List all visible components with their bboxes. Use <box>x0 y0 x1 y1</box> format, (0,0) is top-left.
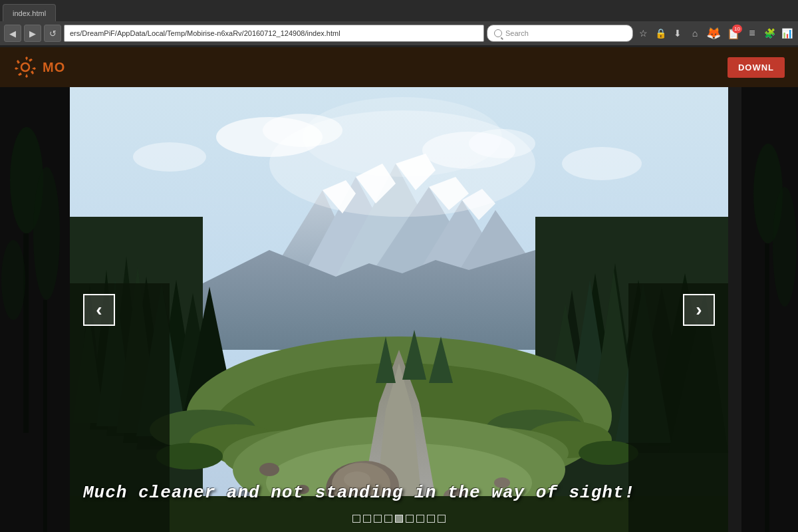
indicator-3[interactable] <box>374 515 382 523</box>
slider-container: ‹ › Much cleaner and not standing in the… <box>70 84 728 532</box>
download-icon: ⬇ <box>674 28 682 39</box>
app-container: MO DOWNL <box>0 47 798 532</box>
indicator-1[interactable] <box>352 515 360 523</box>
prev-arrow-icon: ‹ <box>96 301 102 319</box>
svg-point-84 <box>303 97 502 177</box>
indicator-7[interactable] <box>416 515 424 523</box>
app-bg-right <box>741 47 798 532</box>
gear-icon <box>13 55 37 79</box>
reload-button[interactable]: ↺ <box>44 25 61 42</box>
menu-icon: ≡ <box>749 27 755 39</box>
notification-badge: 10 <box>732 25 742 33</box>
indicator-2[interactable] <box>363 515 371 523</box>
app-logo: MO <box>13 55 65 79</box>
reload-icon: ↺ <box>49 29 57 39</box>
download-app-button[interactable]: DOWNL <box>728 57 785 78</box>
home-button[interactable]: ⌂ <box>688 26 702 41</box>
forward-icon: ▶ <box>29 29 36 39</box>
firefox-symbol: 🦊 <box>706 26 721 41</box>
svg-point-5 <box>1 240 25 320</box>
right-bg-svg <box>741 47 798 532</box>
slide-image <box>70 84 728 532</box>
lock-icon: 🔒 <box>655 28 666 39</box>
left-bg-svg <box>0 47 76 532</box>
lock-button[interactable]: 🔒 <box>653 26 668 41</box>
search-icon <box>494 29 502 37</box>
svg-rect-9 <box>765 243 769 532</box>
svg-point-8 <box>773 187 797 307</box>
extra-icon[interactable]: 📊 <box>779 26 794 41</box>
browser-chrome: index.html ◀ ▶ ↺ ers/DreamPiF/AppData/Lo… <box>0 0 798 47</box>
slide-indicators <box>352 515 446 523</box>
extra-symbol: 📊 <box>781 28 793 39</box>
search-placeholder: Search <box>505 29 529 37</box>
download-button[interactable]: ⬇ <box>670 26 685 41</box>
notification-icon[interactable]: 📋 10 <box>725 25 742 42</box>
svg-point-2 <box>33 167 60 300</box>
next-arrow-icon: › <box>696 301 702 319</box>
address-text: ers/DreamPiF/AppData/Local/Temp/Mobirise… <box>70 29 340 37</box>
svg-point-72 <box>259 463 279 476</box>
svg-point-10 <box>21 63 29 71</box>
slide-caption: Much cleaner and not standing in the way… <box>70 483 728 503</box>
back-icon: ◀ <box>9 29 16 39</box>
scene-svg <box>70 84 728 532</box>
forward-button[interactable]: ▶ <box>24 25 41 42</box>
gear-svg <box>13 55 37 79</box>
next-slide-button[interactable]: › <box>683 294 715 326</box>
svg-point-17 <box>133 142 206 172</box>
home-icon: ⌂ <box>692 28 698 39</box>
browser-tab[interactable]: index.html <box>3 4 56 21</box>
star-icon: ☆ <box>639 28 648 39</box>
svg-point-16 <box>562 147 642 180</box>
svg-rect-4 <box>43 300 47 532</box>
app-bg-left <box>0 47 76 532</box>
indicator-8[interactable] <box>427 515 435 523</box>
indicator-4[interactable] <box>384 515 392 523</box>
address-bar[interactable]: ers/DreamPiF/AppData/Local/Temp/Mobirise… <box>64 25 484 42</box>
indicator-6[interactable] <box>406 515 414 523</box>
browser-tab-bar: index.html <box>0 0 798 21</box>
firefox-icon[interactable]: 🦊 <box>705 25 722 42</box>
browser-toolbar: ◀ ▶ ↺ ers/DreamPiF/AppData/Local/Temp/Mo… <box>0 21 798 47</box>
search-bar[interactable]: Search <box>487 25 633 42</box>
extensions-button[interactable]: 🧩 <box>762 26 777 41</box>
app-header: MO DOWNL <box>0 47 798 87</box>
app-name-label: MO <box>43 60 65 75</box>
indicator-9[interactable] <box>438 515 446 523</box>
menu-button[interactable]: ≡ <box>745 26 759 41</box>
indicator-5[interactable] <box>395 515 403 523</box>
prev-slide-button[interactable]: ‹ <box>83 294 115 326</box>
star-button[interactable]: ☆ <box>636 26 650 41</box>
tab-label: index.html <box>13 9 46 17</box>
back-button[interactable]: ◀ <box>4 25 21 42</box>
extensions-icon: 🧩 <box>764 28 775 39</box>
caption-text: Much cleaner and not standing in the way… <box>83 483 635 503</box>
